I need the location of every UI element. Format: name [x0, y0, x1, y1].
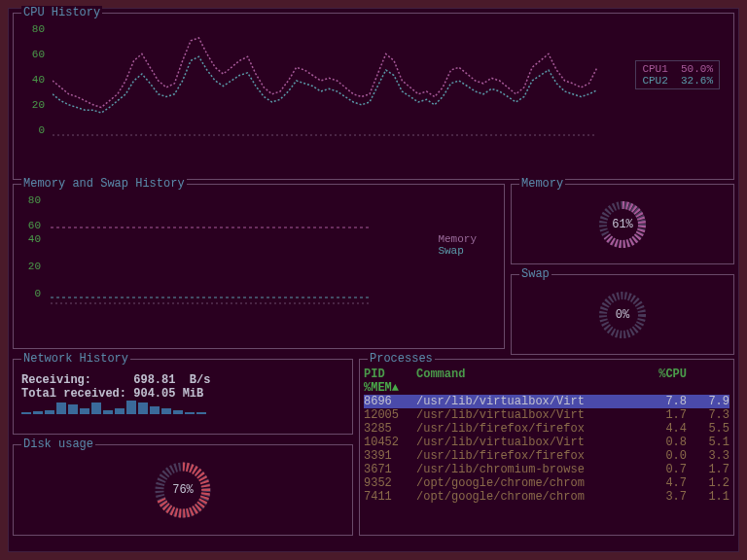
cpu-chart: 80 60 40 20 0 CPU1 50.0% CPU2 32.6% — [25, 19, 726, 165]
col-cpu[interactable]: %CPU — [650, 368, 687, 381]
memory-gauge-value: 61% — [612, 218, 633, 231]
memory-gauge-panel: Memory 61% — [511, 184, 734, 264]
memory-history-panel: Memory and Swap History 80 60 40 20 0 Me… — [13, 184, 505, 349]
cpu-chart-svg — [53, 27, 597, 134]
swap-gauge-value: 0% — [616, 308, 629, 322]
table-row[interactable]: 3285/usr/lib/firefox/firefox4.45.5 — [364, 422, 729, 436]
mem-legend: Memory Swap — [438, 233, 477, 257]
table-row[interactable]: 9352/opt/google/chrome/chrom4.71.2 — [364, 476, 729, 490]
table-row[interactable]: 8696/usr/lib/virtualbox/Virt7.87.9 — [364, 395, 729, 408]
processes-sort[interactable]: %MEM▲ — [364, 381, 729, 395]
processes-panel: Processes PID Command %CPU %MEM▲ 8696/us… — [359, 359, 734, 536]
processes-title: Processes — [368, 352, 435, 366]
terminal-root: CPU History 80 60 40 20 0 CPU1 50.0% CPU… — [8, 8, 739, 552]
swap-gauge-panel: Swap 0% — [511, 274, 734, 355]
network-receiving: Receiving: 698.81 B/s — [21, 373, 344, 387]
processes-header[interactable]: PID Command %CPU — [364, 368, 729, 381]
network-total: Total received: 904.05 MiB — [21, 387, 344, 401]
cpu-history-panel: CPU History 80 60 40 20 0 CPU1 50.0% CPU… — [13, 13, 734, 180]
cpu-history-title: CPU History — [21, 6, 102, 19]
network-history-title: Network History — [21, 352, 130, 366]
table-row[interactable]: 3391/usr/lib/firefox/firefox0.03.3 — [364, 449, 729, 463]
cpu-baseline — [53, 134, 597, 142]
cpu-legend: CPU1 50.0% CPU2 32.6% — [635, 60, 720, 89]
col-pid[interactable]: PID — [364, 368, 416, 381]
memory-history-title: Memory and Swap History — [21, 177, 187, 191]
table-row[interactable]: 7411/opt/google/chrome/chrom3.71.1 — [364, 490, 729, 504]
disk-usage-panel: Disk usage 76% — [13, 444, 353, 536]
table-row[interactable]: 12005/usr/lib/virtualbox/Virt1.77.3 — [364, 408, 729, 422]
swap-gauge-title: Swap — [519, 267, 551, 281]
col-command[interactable]: Command — [416, 368, 650, 381]
table-row[interactable]: 10452/usr/lib/virtualbox/Virt0.85.1 — [364, 436, 729, 449]
mem-y-axis: 80 60 40 20 0 — [21, 191, 45, 336]
table-row[interactable]: 3671/usr/lib/chromium-browse0.71.7 — [364, 463, 729, 476]
processes-body: 8696/usr/lib/virtualbox/Virt7.87.912005/… — [364, 395, 729, 504]
network-bars — [21, 402, 344, 414]
network-history-panel: Network History Receiving: 698.81 B/s To… — [13, 359, 353, 435]
disk-gauge-value: 76% — [172, 483, 194, 497]
cpu-y-axis: 80 60 40 20 0 — [25, 19, 49, 165]
memory-gauge-title: Memory — [519, 177, 565, 191]
disk-usage-title: Disk usage — [21, 438, 95, 451]
mem-chart-svg — [51, 200, 372, 317]
